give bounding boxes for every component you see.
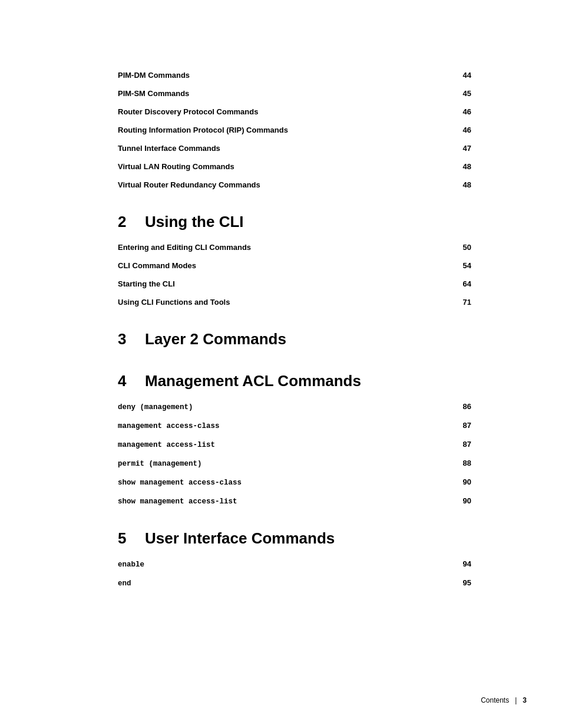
toc-entry: enable94 [118,559,471,569]
section-entries: deny (management)86management access-cla… [118,402,471,506]
toc-entry-label: show management access-list [118,498,237,506]
toc-entry-page: 46 [454,126,471,134]
toc-entry-page: 45 [454,89,471,98]
section-heading: 2Using the CLI [118,213,471,231]
section-entries: enable94end95 [118,559,471,588]
toc-entry: Virtual LAN Routing Commands48 [118,162,471,171]
toc-entry-label: Virtual LAN Routing Commands [118,162,234,171]
toc-entry: management access-list87 [118,440,471,449]
toc-entry-label: Routing Information Protocol (RIP) Comma… [118,126,288,134]
footer-separator: | [515,696,517,704]
toc-entry-label: permit (management) [118,460,202,468]
section-title: Management ACL Commands [145,372,361,390]
toc-entry-page: 48 [454,162,471,171]
toc-entry: management access-class87 [118,421,471,430]
section-heading: 4Management ACL Commands [118,372,471,390]
toc-entry-page: 44 [454,71,471,80]
toc-entry-label: Tunnel Interface Commands [118,144,220,153]
toc-entry-label: management access-class [118,422,220,430]
section-number: 5 [118,529,135,548]
toc-entry-label: deny (management) [118,403,193,411]
toc-entry-page: 54 [454,261,471,270]
section-entries: Entering and Editing CLI Commands50CLI C… [118,243,471,307]
sections-container: 2Using the CLIEntering and Editing CLI C… [118,213,471,588]
toc-entry: PIM-DM Commands44 [118,71,471,80]
section-number: 4 [118,372,135,390]
toc-entry-page: 88 [454,459,471,467]
toc-entry: permit (management)88 [118,459,471,468]
toc-entry: CLI Command Modes54 [118,261,471,270]
section-title: Layer 2 Commands [145,330,286,348]
toc-entry-label: PIM-DM Commands [118,71,190,80]
toc-entry-page: 95 [454,578,471,587]
toc-entry: end95 [118,578,471,588]
footer: Contents | 3 [481,696,527,704]
toc-entry-page: 87 [454,421,471,430]
toc-entry-label: CLI Command Modes [118,261,196,270]
toc-entry: Routing Information Protocol (RIP) Comma… [118,126,471,134]
toc-entry: PIM-SM Commands45 [118,89,471,98]
toc-entry: Virtual Router Redundancy Commands48 [118,180,471,189]
toc-entry-page: 48 [454,180,471,189]
content-area: PIM-DM Commands44PIM-SM Commands45Router… [118,71,471,588]
toc-entry-label: Entering and Editing CLI Commands [118,243,251,252]
toc-entry: Using CLI Functions and Tools71 [118,298,471,307]
toc-entry-label: Virtual Router Redundancy Commands [118,180,260,189]
toc-entry-page: 87 [454,440,471,449]
toc-entry-page: 90 [454,496,471,505]
toc-entry-page: 86 [454,402,471,411]
toc-entry-label: Starting the CLI [118,279,175,288]
toc-entry-page: 71 [454,298,471,307]
initial-toc-block: PIM-DM Commands44PIM-SM Commands45Router… [118,71,471,189]
toc-entry-label: Router Discovery Protocol Commands [118,107,258,116]
toc-entry-page: 94 [454,559,471,568]
toc-entry-page: 50 [454,243,471,252]
toc-entry: Entering and Editing CLI Commands50 [118,243,471,252]
toc-entry-label: enable [118,561,144,569]
toc-entry: Router Discovery Protocol Commands46 [118,107,471,116]
section-heading: 3Layer 2 Commands [118,330,471,348]
footer-label: Contents [481,696,509,704]
section-number: 2 [118,213,135,231]
section-number: 3 [118,330,135,348]
footer-page-number: 3 [523,696,527,704]
toc-entry: deny (management)86 [118,402,471,411]
toc-entry: Starting the CLI64 [118,279,471,288]
toc-entry: show management access-class90 [118,477,471,487]
section-title: User Interface Commands [145,529,335,548]
toc-entry-label: PIM-SM Commands [118,89,189,98]
toc-entry-label: management access-list [118,441,215,449]
toc-entry-page: 64 [454,279,471,288]
section-title: Using the CLI [145,213,244,231]
toc-entry-page: 46 [454,107,471,116]
toc-entry-label: end [118,579,131,588]
toc-entry: show management access-list90 [118,496,471,506]
toc-entry-page: 47 [454,144,471,153]
toc-entry-page: 90 [454,477,471,486]
toc-entry: Tunnel Interface Commands47 [118,144,471,153]
toc-entry-label: show management access-class [118,479,242,487]
toc-entry-label: Using CLI Functions and Tools [118,298,230,307]
section-heading: 5User Interface Commands [118,529,471,548]
page: PIM-DM Commands44PIM-SM Commands45Router… [0,0,562,728]
